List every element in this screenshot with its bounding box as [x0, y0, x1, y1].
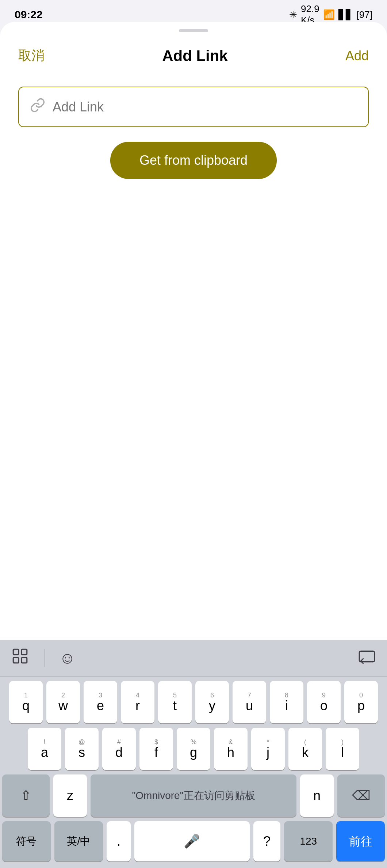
keyboard-row-1: 1 q 2 w 3 e 4 r 5 t [2, 681, 385, 723]
battery-display: [97] [357, 9, 372, 20]
svg-rect-2 [13, 658, 19, 663]
key-i[interactable]: 8 i [270, 681, 303, 723]
key-f[interactable]: $ f [139, 728, 173, 770]
drag-handle[interactable] [179, 29, 208, 32]
key-l[interactable]: ) l [326, 728, 359, 770]
svg-rect-3 [22, 658, 27, 663]
key-s[interactable]: @ s [65, 728, 99, 770]
key-g[interactable]: % g [177, 728, 210, 770]
period-key[interactable]: . [107, 821, 131, 861]
key-z[interactable]: z [53, 774, 87, 817]
add-button[interactable]: Add [345, 48, 369, 64]
key-w[interactable]: 2 w [46, 681, 80, 723]
key-u[interactable]: 7 u [233, 681, 266, 723]
cancel-button[interactable]: 取消 [18, 47, 45, 65]
symbol-key[interactable]: 符号 [2, 821, 51, 861]
keyboard-area: ☺ 1 q 2 w 3 [0, 640, 387, 868]
key-t[interactable]: 5 t [158, 681, 192, 723]
backspace-key[interactable]: ⌫ [337, 774, 385, 817]
keyboard-dismiss-icon[interactable] [358, 647, 376, 669]
shift-key[interactable]: ⇧ [2, 774, 50, 817]
key-h[interactable]: & h [214, 728, 248, 770]
numbers-key[interactable]: 123 [284, 821, 333, 861]
space-key[interactable]: 🎤 [134, 821, 250, 861]
keyboard: 1 q 2 w 3 e 4 r 5 t [0, 677, 387, 868]
key-o[interactable]: 9 o [307, 681, 341, 723]
get-from-clipboard-button[interactable]: Get from clipboard [110, 142, 277, 179]
key-k[interactable]: ( k [288, 728, 322, 770]
question-key[interactable]: ? [253, 821, 281, 861]
language-key[interactable]: 英/中 [54, 821, 103, 861]
keyboard-row-2: ! a @ s # d $ f % g [2, 728, 385, 770]
key-y[interactable]: 6 y [195, 681, 229, 723]
grid-icon[interactable] [11, 647, 29, 669]
mic-icon: 🎤 [184, 834, 200, 849]
link-icon [30, 98, 45, 116]
keyboard-row-4: 符号 英/中 . 🎤 ? 123 前往 [2, 821, 385, 861]
wifi-icon: 📶 [323, 9, 335, 20]
clipboard-notification: "Omnivore"正在访问剪贴板 [91, 774, 296, 817]
toolbar-divider [44, 649, 45, 667]
keyboard-toolbar: ☺ [0, 640, 387, 677]
key-e[interactable]: 3 e [84, 681, 117, 723]
keyboard-row-3: ⇧ z "Omnivore"正在访问剪贴板 n ⌫ [2, 774, 385, 817]
link-text-input[interactable] [53, 99, 357, 115]
sheet-title: Add Link [162, 47, 228, 65]
svg-rect-0 [13, 649, 19, 655]
time-display: 09:22 [15, 8, 43, 21]
key-j[interactable]: * j [251, 728, 285, 770]
key-r[interactable]: 4 r [121, 681, 154, 723]
key-a[interactable]: ! a [28, 728, 61, 770]
key-n[interactable]: n [300, 774, 334, 817]
link-input-container [18, 87, 369, 127]
svg-rect-1 [22, 649, 27, 655]
sheet-header: 取消 Add Link Add [0, 36, 387, 72]
add-link-sheet: 取消 Add Link Add Get from clipboard [0, 22, 387, 868]
emoji-icon[interactable]: ☺ [59, 649, 76, 667]
key-q[interactable]: 1 q [9, 681, 43, 723]
bluetooth-icon: ✳ [289, 9, 297, 20]
go-key[interactable]: 前往 [336, 821, 385, 861]
key-p[interactable]: 0 p [344, 681, 378, 723]
key-d[interactable]: # d [102, 728, 136, 770]
toolbar-left: ☺ [11, 647, 76, 669]
signal-icon: ▋▋ [338, 9, 353, 20]
